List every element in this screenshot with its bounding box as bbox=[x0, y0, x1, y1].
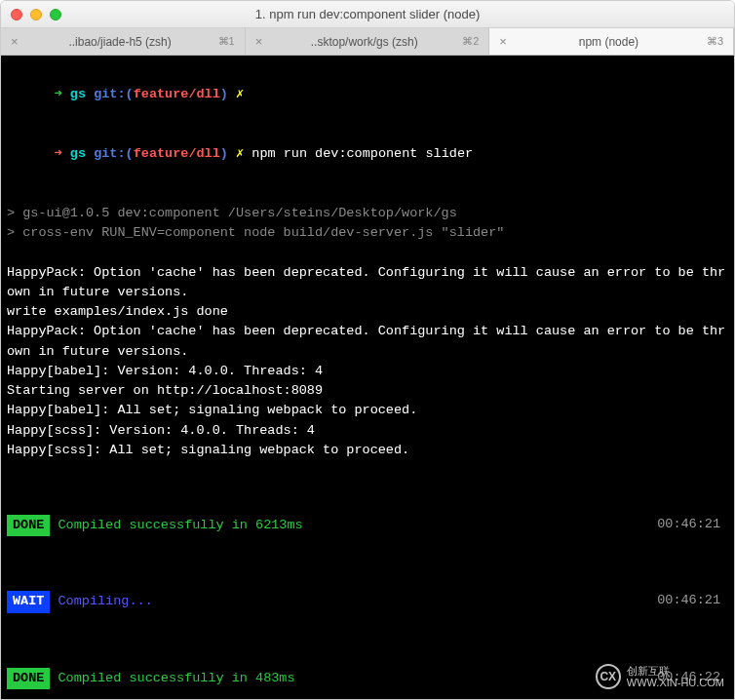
status-message: Compiled successfully in 6213ms bbox=[58, 518, 303, 532]
tab-label: npm (node) bbox=[517, 35, 701, 49]
command-text: npm run dev:component slider bbox=[251, 146, 473, 161]
terminal-window: 1. npm run dev:component slider (node) ×… bbox=[0, 0, 735, 700]
tab-shortcut: ⌘2 bbox=[462, 35, 479, 48]
timestamp: 00:46:21 bbox=[657, 591, 720, 610]
npm-output: > cross-env RUN_ENV=component node build… bbox=[7, 223, 728, 243]
titlebar: 1. npm run dev:component slider (node) bbox=[1, 1, 734, 28]
close-window-button[interactable] bbox=[11, 9, 22, 20]
watermark-text: 创新互联 WWW.XIN-HU.COM bbox=[627, 665, 724, 688]
dirty-icon: ✗ bbox=[236, 146, 244, 161]
tab-shortcut: ⌘3 bbox=[707, 35, 723, 48]
status-done-1: DONE Compiled successfully in 6213ms 00:… bbox=[7, 515, 728, 536]
tab-3-active[interactable]: × npm (node) ⌘3 bbox=[489, 28, 734, 55]
git-branch: feature/dll bbox=[134, 146, 220, 161]
prompt-arrow-icon: ➜ bbox=[55, 146, 62, 161]
window-controls bbox=[11, 9, 61, 20]
tab-label: ..sktop/work/gs (zsh) bbox=[272, 35, 456, 49]
dirty-icon: ✗ bbox=[236, 87, 244, 101]
tab-1[interactable]: × ..ibao/jiade-h5 (zsh) ⌘1 bbox=[1, 28, 246, 55]
terminal-content[interactable]: ➜ gs git:(feature/dll) ✗ ➜ gs git:(featu… bbox=[1, 56, 734, 699]
done-badge: DONE bbox=[7, 668, 50, 689]
tab-label: ..ibao/jiade-h5 (zsh) bbox=[28, 35, 213, 49]
status-wait: WAIT Compiling... 00:46:21 bbox=[7, 591, 728, 612]
happy-scss-version: Happy[scss]: Version: 4.0.0. Threads: 4 bbox=[7, 421, 728, 441]
git-suffix: ) bbox=[220, 87, 228, 101]
happy-scss-set: Happy[scss]: All set; signaling webpack … bbox=[7, 441, 728, 460]
prompt-line: ➜ gs git:(feature/dll) ✗ bbox=[7, 65, 728, 125]
git-prefix: git:( bbox=[94, 87, 134, 101]
happypack-warning: HappyPack: Option 'cache' has been depre… bbox=[7, 263, 728, 303]
tabs-bar: × ..ibao/jiade-h5 (zsh) ⌘1 × ..sktop/wor… bbox=[1, 28, 734, 56]
done-badge: DONE bbox=[7, 515, 50, 536]
git-prefix: git:( bbox=[94, 146, 134, 161]
watermark-line1: 创新互联 bbox=[627, 665, 724, 677]
happypack-warning: HappyPack: Option 'cache' has been depre… bbox=[7, 322, 728, 362]
happy-babel-set: Happy[babel]: All set; signaling webpack… bbox=[7, 401, 728, 420]
git-suffix: ) bbox=[220, 146, 228, 161]
status-message: Compiled successfully in 483ms bbox=[58, 671, 295, 685]
status-message: Compiling... bbox=[58, 594, 153, 608]
cwd: gs bbox=[70, 87, 86, 101]
server-start: Starting server on http://localhost:8089 bbox=[7, 381, 728, 401]
timestamp: 00:46:21 bbox=[657, 515, 720, 534]
tab-2[interactable]: × ..sktop/work/gs (zsh) ⌘2 bbox=[246, 28, 490, 55]
window-title: 1. npm run dev:component slider (node) bbox=[9, 7, 726, 21]
blank-line bbox=[7, 184, 728, 204]
close-icon[interactable]: × bbox=[255, 34, 263, 49]
blank-line bbox=[7, 243, 728, 262]
npm-output: > gs-ui@1.0.5 dev:component /Users/stein… bbox=[7, 204, 728, 223]
minimize-window-button[interactable] bbox=[30, 9, 42, 20]
cwd: gs bbox=[70, 146, 86, 161]
close-icon[interactable]: × bbox=[499, 34, 507, 49]
watermark-line2: WWW.XIN-HU.COM bbox=[627, 677, 724, 688]
tab-shortcut: ⌘1 bbox=[218, 35, 235, 48]
maximize-window-button[interactable] bbox=[50, 9, 61, 20]
wait-badge: WAIT bbox=[7, 591, 50, 612]
write-output: write examples/index.js done bbox=[7, 302, 728, 322]
watermark: CX 创新互联 WWW.XIN-HU.COM bbox=[596, 664, 724, 689]
happy-babel-version: Happy[babel]: Version: 4.0.0. Threads: 4 bbox=[7, 362, 728, 381]
close-icon[interactable]: × bbox=[11, 34, 19, 49]
prompt-arrow-icon: ➜ bbox=[55, 87, 62, 101]
watermark-logo-icon: CX bbox=[596, 664, 621, 689]
prompt-line-command: ➜ gs git:(feature/dll) ✗ npm run dev:com… bbox=[7, 125, 728, 184]
git-branch: feature/dll bbox=[134, 87, 220, 101]
